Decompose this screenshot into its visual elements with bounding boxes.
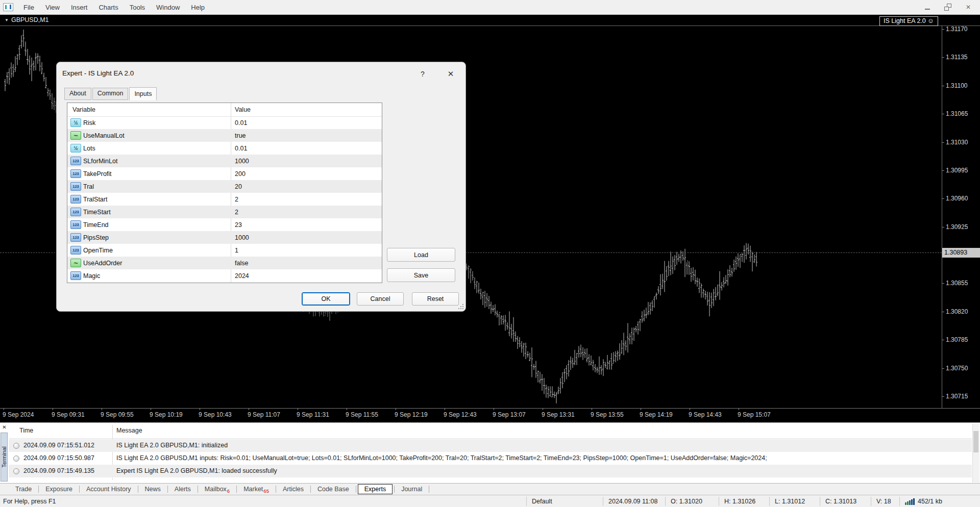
- save-button[interactable]: Save: [387, 268, 455, 282]
- int-parameter-icon: [70, 271, 81, 280]
- status-close: C: 1.31013: [820, 497, 871, 506]
- parameter-value[interactable]: 0.01: [235, 119, 247, 126]
- tab-alerts[interactable]: Alerts: [169, 485, 196, 494]
- terminal-close-icon[interactable]: [1, 424, 8, 430]
- input-row-usemanuallot[interactable]: UseManualLottrue: [67, 129, 382, 142]
- price-tick: [942, 86, 944, 86]
- input-row-risk[interactable]: Risk0.01: [67, 116, 382, 129]
- input-row-useaddorder[interactable]: UseAddOrderfalse: [67, 257, 382, 269]
- dialog-tab-about[interactable]: About: [64, 88, 91, 100]
- menu-item-tools[interactable]: Tools: [124, 0, 151, 14]
- tab-journal[interactable]: Journal: [396, 485, 427, 494]
- tab-articles[interactable]: Articles: [278, 485, 309, 494]
- cancel-button[interactable]: Cancel: [357, 292, 404, 306]
- parameter-value[interactable]: 2: [235, 196, 238, 203]
- input-row-slforminlot[interactable]: SLforMinLot1000: [67, 155, 382, 167]
- terminal-row[interactable]: 2024.09.09 07:15:50.987IS Light EA 2.0 G…: [9, 452, 972, 465]
- terminal-row[interactable]: 2024.09.09 07:15:51.012IS Light EA 2.0 G…: [9, 439, 972, 452]
- dialog-tab-common[interactable]: Common: [92, 88, 129, 100]
- bool-parameter-icon: [70, 131, 81, 140]
- journal-time: 2024.09.09 07:15:49.135: [23, 467, 94, 474]
- price-axis-label: 1.31100: [946, 82, 968, 89]
- tab-experts[interactable]: Experts: [358, 484, 393, 494]
- menu-item-file[interactable]: File: [18, 0, 40, 14]
- terminal-panel: Terminal Time Message 2024.09.09 07:15:5…: [0, 422, 980, 484]
- parameter-value[interactable]: true: [235, 132, 246, 139]
- status-bar: For Help, press F1 Default2024.09.09 11:…: [0, 495, 980, 507]
- parameter-value[interactable]: 20: [235, 183, 242, 190]
- price-tick: [942, 312, 944, 312]
- time-tick: [151, 408, 151, 410]
- status-traffic: 452/1 kb: [899, 497, 980, 506]
- time-axis-label: 9 Sep 14:19: [640, 411, 673, 418]
- input-row-pipsstep[interactable]: PipsStep1000: [67, 231, 382, 244]
- tab-news[interactable]: News: [140, 485, 166, 494]
- terminal-row[interactable]: 2024.09.09 07:15:49.135Expert IS Light E…: [9, 465, 972, 477]
- price-tick: [942, 57, 944, 58]
- parameter-value[interactable]: 2024: [235, 272, 249, 280]
- parameter-value[interactable]: 1: [235, 247, 238, 254]
- input-row-magic[interactable]: Magic2024: [67, 269, 382, 282]
- time-axis-label: 9 Sep 11:07: [248, 411, 280, 418]
- load-button[interactable]: Load: [387, 248, 455, 262]
- ea-name-badge[interactable]: IS Light EA 2.0 ☺: [879, 16, 938, 26]
- menu-item-help[interactable]: Help: [185, 0, 210, 14]
- status-volume-text: V: 18: [876, 498, 891, 505]
- input-row-takeprofit[interactable]: TakeProfit200: [67, 167, 382, 180]
- parameter-value[interactable]: false: [235, 260, 248, 267]
- tab-mailbox[interactable]: Mailbox6: [200, 485, 235, 494]
- reset-button[interactable]: Reset: [412, 292, 459, 306]
- tab-code-base[interactable]: Code Base: [312, 485, 354, 494]
- parameter-value[interactable]: 1000: [235, 158, 249, 165]
- terminal-column-time: Time: [19, 427, 33, 434]
- time-tick: [739, 408, 739, 410]
- tab-separator: [356, 486, 356, 493]
- input-row-opentime[interactable]: OpenTime1: [67, 244, 382, 257]
- terminal-scrollbar[interactable]: [972, 424, 979, 483]
- tab-account-history[interactable]: Account History: [81, 485, 136, 494]
- tab-market[interactable]: Market65: [238, 485, 274, 494]
- parameter-name: Magic: [83, 272, 100, 280]
- terminal-header-divider: [9, 438, 972, 439]
- menu-item-charts[interactable]: Charts: [93, 0, 124, 14]
- close-icon[interactable]: [965, 4, 972, 11]
- input-row-timestart[interactable]: TimeStart2: [67, 206, 382, 218]
- chart-symbol-label: GBPUSD,M1: [11, 16, 49, 23]
- dialog-title-bar[interactable]: Expert - IS Light EA 2.0: [57, 62, 465, 84]
- menu-item-view[interactable]: View: [40, 0, 65, 14]
- dialog-close-icon[interactable]: ✕: [446, 69, 456, 79]
- tab-trade[interactable]: Trade: [10, 485, 37, 494]
- int-parameter-icon: [70, 169, 81, 178]
- parameter-value[interactable]: 200: [235, 170, 246, 178]
- input-row-tral[interactable]: Tral20: [67, 180, 382, 193]
- time-axis-label: 9 Sep 12:43: [444, 411, 477, 418]
- parameter-name: UseAddOrder: [83, 260, 122, 267]
- menu-item-insert[interactable]: Insert: [65, 0, 93, 14]
- parameter-value[interactable]: 23: [235, 221, 242, 229]
- inputs-table: Variable Value Risk0.01UseManualLottrueL…: [67, 103, 382, 283]
- price-axis-label: 1.30925: [946, 223, 968, 231]
- scrollbar-thumb[interactable]: [973, 431, 978, 452]
- input-row-timeend[interactable]: TimeEnd23: [67, 218, 382, 231]
- price-axis-label: 1.30855: [946, 280, 968, 287]
- input-row-lots[interactable]: Lots0.01: [67, 142, 382, 155]
- price-tick: [942, 368, 944, 369]
- parameter-value[interactable]: 0.01: [235, 145, 247, 152]
- terminal-side-label: Terminal: [1, 446, 7, 468]
- input-row-tralstart[interactable]: TralStart2: [67, 193, 382, 206]
- status-low-text: L: 1.31012: [775, 498, 805, 505]
- unread-badge: 6: [227, 488, 230, 494]
- double-parameter-icon: [70, 144, 81, 153]
- minimize-icon[interactable]: [924, 4, 931, 11]
- terminal-side-tab[interactable]: Terminal: [1, 433, 8, 481]
- parameter-value[interactable]: 2: [235, 209, 238, 216]
- dialog-help-icon[interactable]: ?: [418, 69, 427, 79]
- dialog-tab-inputs[interactable]: Inputs: [129, 87, 157, 100]
- menu-item-window[interactable]: Window: [151, 0, 185, 14]
- resize-grip[interactable]: [458, 304, 463, 309]
- ok-button[interactable]: OK: [302, 292, 350, 306]
- parameter-value[interactable]: 1000: [235, 234, 249, 241]
- parameter-name: PipsStep: [83, 234, 109, 241]
- restore-icon[interactable]: [944, 4, 951, 11]
- tab-exposure[interactable]: Exposure: [40, 485, 78, 494]
